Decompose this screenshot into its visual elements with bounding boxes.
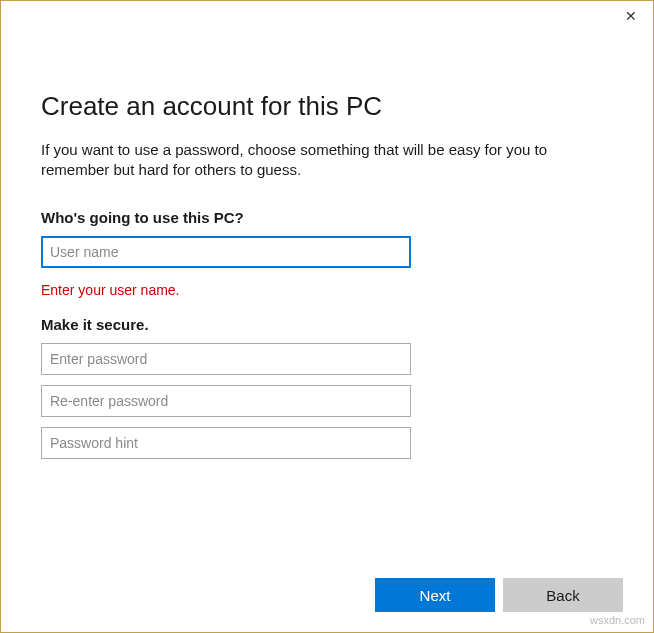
page-title: Create an account for this PC	[41, 91, 613, 122]
password-hint-input[interactable]	[41, 427, 411, 459]
password-section-label: Make it secure.	[41, 316, 613, 333]
username-section-label: Who's going to use this PC?	[41, 209, 613, 226]
watermark-text: wsxdn.com	[590, 614, 645, 626]
footer-bar: Next Back	[1, 558, 653, 632]
username-error-text: Enter your user name.	[41, 282, 613, 298]
close-icon[interactable]: ✕	[623, 8, 639, 24]
password-confirm-input[interactable]	[41, 385, 411, 417]
back-button[interactable]: Back	[503, 578, 623, 612]
titlebar: ✕	[1, 1, 653, 31]
username-input[interactable]	[41, 236, 411, 268]
content-area: Create an account for this PC If you wan…	[1, 31, 653, 558]
password-input[interactable]	[41, 343, 411, 375]
page-description: If you want to use a password, choose so…	[41, 140, 613, 181]
next-button[interactable]: Next	[375, 578, 495, 612]
